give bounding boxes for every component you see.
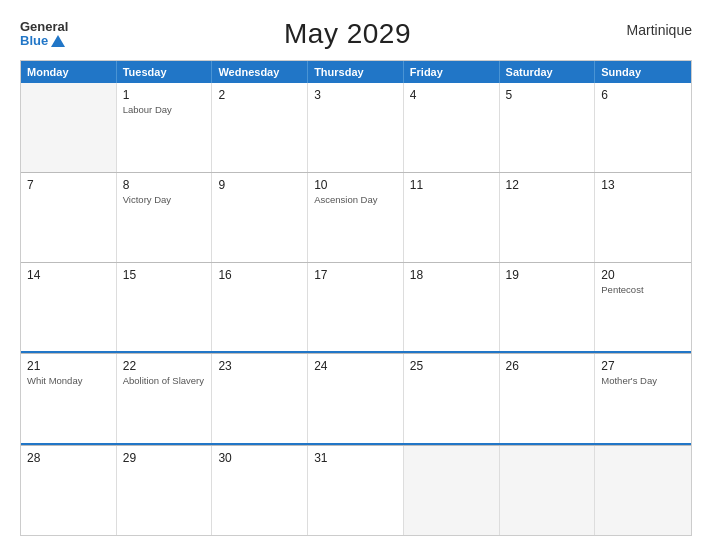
header-tuesday: Tuesday <box>117 61 213 83</box>
day-cell-30: 30 <box>212 446 308 535</box>
day-cell-7: 7 <box>21 173 117 262</box>
calendar-grid: Monday Tuesday Wednesday Thursday Friday… <box>20 60 692 536</box>
day-cell-1: 1 Labour Day <box>117 83 213 172</box>
week-row-2: 7 8 Victory Day 9 10 Ascension Day 11 12 <box>21 172 691 262</box>
day-cell-24: 24 <box>308 354 404 443</box>
day-cell-31: 31 <box>308 446 404 535</box>
logo-triangle-icon <box>51 35 65 47</box>
day-cell-15: 15 <box>117 263 213 352</box>
week-row-1: 1 Labour Day 2 3 4 5 6 <box>21 83 691 172</box>
logo-blue-text: Blue <box>20 34 68 48</box>
header-saturday: Saturday <box>500 61 596 83</box>
day-cell-9: 9 <box>212 173 308 262</box>
day-cell-empty-1 <box>404 446 500 535</box>
day-cell-12: 12 <box>500 173 596 262</box>
week-row-5: 28 29 30 31 <box>21 445 691 535</box>
calendar-body: 1 Labour Day 2 3 4 5 6 <box>21 83 691 535</box>
day-cell-29: 29 <box>117 446 213 535</box>
day-cell-4: 4 <box>404 83 500 172</box>
day-cell-14: 14 <box>21 263 117 352</box>
page-header: General Blue May 2029 Martinique <box>20 18 692 50</box>
logo: General Blue <box>20 20 68 49</box>
day-cell-19: 19 <box>500 263 596 352</box>
day-cell-26: 26 <box>500 354 596 443</box>
day-cell-6: 6 <box>595 83 691 172</box>
day-cell <box>21 83 117 172</box>
region-label: Martinique <box>627 22 692 38</box>
week-row-4: 21 Whit Monday 22 Abolition of Slavery 2… <box>21 353 691 445</box>
day-cell-27: 27 Mother's Day <box>595 354 691 443</box>
day-cell-10: 10 Ascension Day <box>308 173 404 262</box>
header-thursday: Thursday <box>308 61 404 83</box>
day-cell-23: 23 <box>212 354 308 443</box>
calendar-header: Monday Tuesday Wednesday Thursday Friday… <box>21 61 691 83</box>
header-sunday: Sunday <box>595 61 691 83</box>
header-friday: Friday <box>404 61 500 83</box>
day-cell-18: 18 <box>404 263 500 352</box>
month-title: May 2029 <box>284 18 411 50</box>
day-cell-25: 25 <box>404 354 500 443</box>
day-cell-empty-2 <box>500 446 596 535</box>
day-cell-8: 8 Victory Day <box>117 173 213 262</box>
day-cell-28: 28 <box>21 446 117 535</box>
header-wednesday: Wednesday <box>212 61 308 83</box>
header-monday: Monday <box>21 61 117 83</box>
day-cell-11: 11 <box>404 173 500 262</box>
week-row-3: 14 15 16 17 18 19 20 P <box>21 262 691 354</box>
day-cell-5: 5 <box>500 83 596 172</box>
day-cell-20: 20 Pentecost <box>595 263 691 352</box>
day-cell-2: 2 <box>212 83 308 172</box>
day-cell-17: 17 <box>308 263 404 352</box>
day-cell-13: 13 <box>595 173 691 262</box>
day-cell-16: 16 <box>212 263 308 352</box>
calendar-page: General Blue May 2029 Martinique Monday … <box>0 0 712 550</box>
day-cell-empty-3 <box>595 446 691 535</box>
day-cell-21: 21 Whit Monday <box>21 354 117 443</box>
day-cell-3: 3 <box>308 83 404 172</box>
day-cell-22: 22 Abolition of Slavery <box>117 354 213 443</box>
logo-general-text: General <box>20 20 68 34</box>
